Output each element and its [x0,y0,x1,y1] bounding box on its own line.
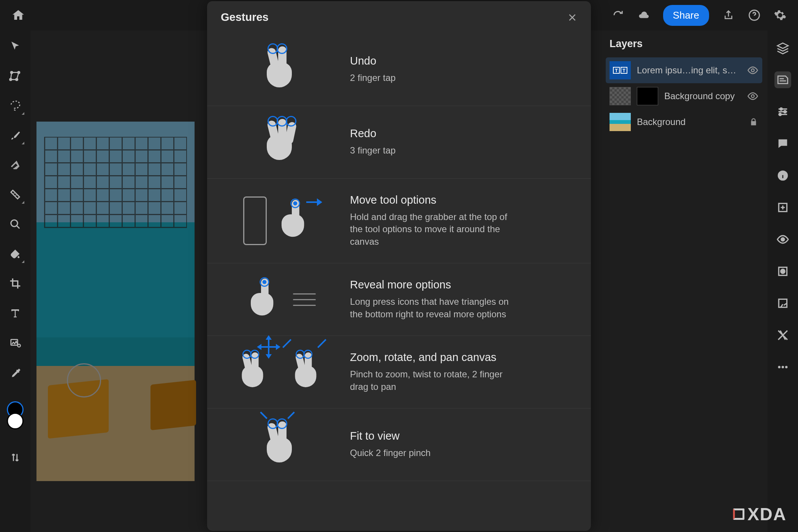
gesture-row: Fit to view Quick 2 finger pinch [207,408,591,481]
gesture-title: Fit to view [350,430,431,442]
gesture-row: Reveal more options Long press icons tha… [207,263,591,336]
gesture-title: Redo [350,127,396,140]
gesture-row: Zoom, rotate, and pan canvas Pinch to zo… [207,336,591,408]
watermark-text: XDA [747,504,787,524]
gesture-desc: Quick 2 finger pinch [350,447,431,459]
watermark-logo-icon [733,508,744,520]
gesture-title: Zoom, rotate, and pan canvas [350,351,517,364]
pinch-zoom-pan-icon [221,351,335,393]
gesture-desc: Hold and drag the grabber at the top of … [350,211,517,248]
gesture-row: Redo 3 finger tap [207,106,591,179]
gesture-desc: 3 finger tap [350,144,396,157]
gesture-desc: 2 finger tap [350,72,396,84]
modal-overlay: Gestures Undo 2 finger tap [0,0,798,532]
gesture-title: Move tool options [350,194,517,206]
close-button[interactable] [567,13,577,22]
watermark: XDA [733,504,787,524]
gestures-dialog: Gestures Undo 2 finger tap [207,1,591,531]
long-press-panel-icon [221,279,335,320]
dialog-header: Gestures [207,1,591,33]
fit-pinch-icon [221,424,335,466]
gesture-title: Undo [350,55,396,67]
gesture-list[interactable]: Undo 2 finger tap Redo 3 finger tap [207,33,591,531]
gesture-desc: Long press icons that have triangles on … [350,296,517,320]
gesture-desc: Pinch to zoom, twist to rotate, 2 finger… [350,368,517,393]
dialog-title: Gestures [221,11,269,24]
gesture-title: Reveal more options [350,279,517,291]
gesture-row: Move tool options Hold and drag the grab… [207,179,591,263]
three-finger-tap-icon [221,121,335,163]
gesture-row: Undo 2 finger tap [207,33,591,106]
two-finger-tap-icon [221,49,335,90]
drag-grabber-icon [221,196,335,245]
